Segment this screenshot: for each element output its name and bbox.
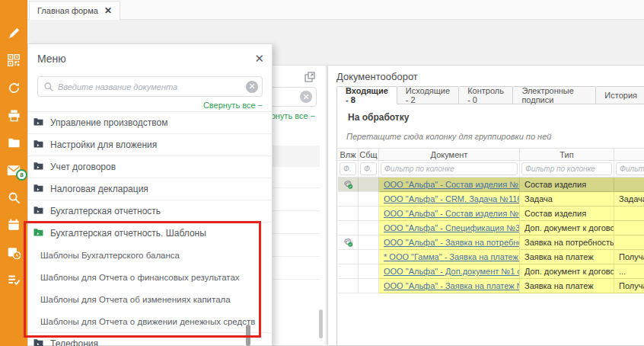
attachment-cell (338, 264, 359, 279)
menu-item[interactable]: Налоговая декларация (28, 178, 272, 200)
filter-cell (338, 161, 359, 178)
docflow-title: Документооборот (336, 71, 418, 82)
menu-subitem[interactable]: Шаблоны для Отчета о финансовых результа… (28, 266, 272, 288)
menu-item[interactable]: Телефония (28, 332, 272, 346)
folder-icon (33, 139, 43, 150)
document-link[interactable]: ООО "Альфа" - Состав изделия №69 от... (384, 209, 520, 218)
docflow-tabs: Входящие - 8Исходящие - 2Контроль - 0Эле… (336, 86, 644, 104)
search-icon[interactable] (0, 186, 27, 209)
docflow-tab[interactable]: История (596, 86, 644, 104)
menu-search-field[interactable] (58, 78, 242, 95)
docflow-tab[interactable]: Входящие - 8 (336, 86, 397, 104)
message-cell (359, 192, 379, 207)
tab-bar: Главная форма ✕ (27, 0, 644, 20)
folder-icon[interactable] (0, 131, 27, 154)
clear-search-icon[interactable]: ✕ (300, 91, 312, 103)
table-row[interactable]: ООО "Альфа" - Заявка на платеж №64 ...За… (338, 279, 644, 293)
scrollbar-thumb[interactable] (319, 309, 323, 338)
menu-subitem[interactable]: Шаблоны для Отчета о движении денежных с… (28, 310, 272, 332)
menu-item-group-highlighted[interactable]: Бухгалтерская отчетность. Шаблоны (28, 222, 272, 244)
menu-item[interactable]: Настройки для вложения (28, 133, 272, 155)
column-header[interactable]: Документ (379, 148, 520, 161)
menu-collapse-all-link[interactable]: Свернуть все − (203, 101, 263, 110)
menu-item-label: Налоговая декларация (50, 184, 148, 194)
extra-cell: Получатель (614, 250, 644, 264)
table-row[interactable]: ООО "Альфа" - CRM. Задача №116ЗадачаЗада… (338, 192, 644, 207)
open-folder-icon (33, 228, 43, 239)
table-row[interactable]: ООО "Альфа" - Состав изделия №69 от...Со… (338, 207, 644, 221)
scrollbar-thumb[interactable] (246, 325, 250, 346)
extra-cell: Задача №116 (614, 192, 644, 207)
column-header[interactable]: Тип (520, 148, 614, 161)
column-filter-input[interactable] (616, 162, 644, 175)
menu-title: Меню (37, 53, 66, 65)
column-header[interactable]: Сбщ (359, 148, 379, 161)
clear-search-icon[interactable]: ✕ (246, 81, 258, 93)
message-cell (359, 178, 379, 192)
document-link[interactable]: ООО "Альфа" - Доп.документ №1 от 06... (384, 267, 520, 276)
type-cell: Заявка на платеж (520, 279, 614, 293)
mail-badge: 8 (16, 169, 27, 181)
document-link[interactable]: ООО "Альфа" - Состав изделия №78 от... (384, 180, 520, 189)
document-cell: ООО "Альфа" - Состав изделия №69 от... (379, 207, 520, 221)
table-row[interactable]: ООО "Альфа" - Состав изделия №78 от...Со… (338, 178, 644, 192)
attachment-cell (338, 250, 359, 264)
menu-item[interactable]: Бухгалтерская отчетность (28, 200, 272, 222)
schedule-icon[interactable] (0, 241, 27, 264)
refresh-icon[interactable] (0, 76, 27, 99)
column-filter-input[interactable] (381, 162, 518, 175)
document-link[interactable]: ООО "Альфа" - CRM. Задача №116 (384, 194, 520, 203)
docflow-tab[interactable]: Исходящие - 2 (397, 86, 459, 104)
menu-subitem[interactable]: Шаблоны Бухгалтерского баланса (28, 244, 272, 266)
column-filter-input[interactable] (340, 162, 356, 175)
column-header[interactable]: Влж (338, 148, 359, 161)
extra-cell (614, 178, 644, 192)
extra-cell (614, 207, 644, 221)
message-cell (359, 221, 379, 235)
folder-icon (33, 162, 43, 172)
tab-main-form[interactable]: Главная форма ✕ (29, 1, 120, 20)
message-cell (359, 235, 379, 250)
column-filter-input[interactable] (521, 162, 612, 175)
close-tab-icon[interactable]: ✕ (104, 5, 112, 16)
message-cell (359, 264, 379, 279)
document-link[interactable]: ООО "Альфа" - Спецификация №37 от ... (384, 223, 520, 232)
table-row[interactable]: ООО "Альфа" - Доп.документ №1 от 06...До… (338, 264, 644, 279)
docflow-panel: Документооборот Входящие - 8Исходящие - … (327, 65, 644, 346)
tab-main-form-label: Главная форма (37, 6, 98, 15)
document-cell: ООО "Альфа" - Состав изделия №78 от... (379, 178, 520, 192)
pencil-icon[interactable] (0, 21, 27, 44)
table-row[interactable]: * ООО "Гамма" - Заявка на платеж №6...За… (338, 250, 644, 264)
column-filter-input[interactable] (360, 162, 377, 175)
menu-search-input[interactable]: ✕ (37, 76, 263, 97)
tasks-icon[interactable] (0, 268, 27, 291)
table-header-row: ВлжСбщДокументТип (338, 148, 644, 161)
menu-item[interactable]: Учет договоров (28, 155, 272, 178)
document-link[interactable]: ООО "Альфа" - Заявка на платеж №64 ... (384, 281, 520, 290)
extra-cell: ... (614, 264, 644, 279)
table-row[interactable]: ООО "Альфа" - Спецификация №37 от ...Доп… (338, 221, 644, 235)
folder-icon (33, 206, 43, 216)
printer-icon[interactable] (0, 104, 27, 127)
document-link[interactable]: ООО "Альфа" - Заявка на потребность ... (384, 238, 520, 247)
type-cell: Состав изделия (520, 178, 614, 192)
filter-cell (520, 161, 614, 178)
document-cell: * ООО "Гамма" - Заявка на платеж №6... (379, 250, 520, 264)
document-link[interactable]: * ООО "Гамма" - Заявка на платеж №6... (384, 252, 520, 261)
menu-item[interactable]: Управление производством (28, 111, 272, 133)
section-title: На обработку (348, 112, 409, 123)
calendar-icon[interactable] (0, 213, 27, 236)
table-row[interactable]: ООО "Альфа" - Заявка на потребность ...З… (338, 235, 644, 250)
menu-list: Управление производствомНастройки для вл… (28, 111, 272, 346)
extra-cell (614, 235, 644, 250)
menu-item-label: Бухгалтерская отчетность. Шаблоны (50, 228, 206, 239)
close-menu-icon[interactable]: ✕ (254, 52, 264, 66)
docflow-tab[interactable]: Контроль - 0 (459, 86, 513, 104)
docflow-tab[interactable]: Электронные подписи (513, 86, 596, 104)
folder-icon (33, 338, 43, 346)
qr-code-icon[interactable] (0, 49, 27, 72)
column-header[interactable] (614, 148, 644, 161)
attachment-cell (338, 192, 359, 207)
expand-window-icon[interactable] (304, 72, 315, 85)
menu-subitem[interactable]: Шаблоны для Отчета об изменениях капитал… (28, 288, 272, 310)
